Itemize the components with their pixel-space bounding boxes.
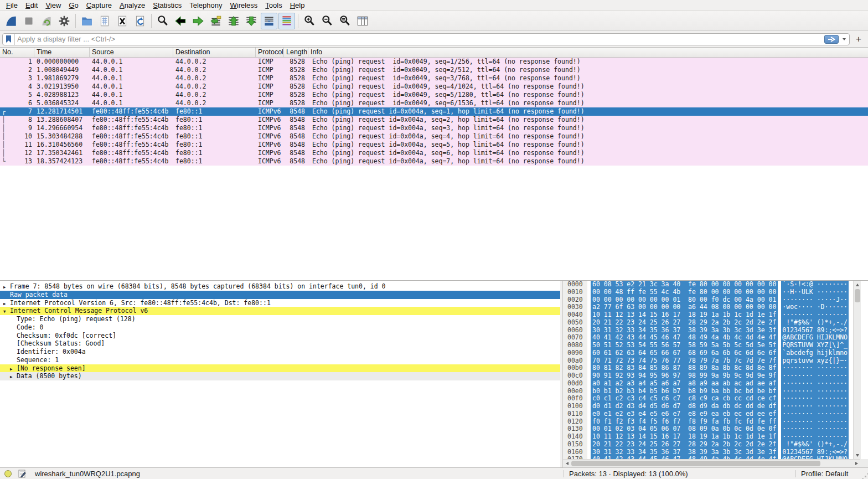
scroll-down-button[interactable] xyxy=(854,451,861,459)
scroll-left-button[interactable] xyxy=(563,460,571,467)
menu-item-tools[interactable]: Tools xyxy=(261,1,286,10)
hex-row[interactable]: 000060 08 53 e2 21 3c 3a 40 fe 80 00 00 … xyxy=(563,281,853,289)
column-header-length[interactable]: Length xyxy=(284,48,308,57)
hex-row[interactable]: 00e0b0 b1 b2 b3 b4 b5 b6 b7 b8 b9 ba bb … xyxy=(563,388,853,395)
first-packet-button[interactable] xyxy=(225,13,242,29)
detail-row[interactable]: ▶Data (8500 bytes) xyxy=(0,372,560,380)
packet-row[interactable]: 6 5.036845324 44.0.0.1 44.0.0.2 ICMP 852… xyxy=(0,99,868,107)
next-packet-button[interactable] xyxy=(190,13,206,29)
menu-item-telephony[interactable]: Telephony xyxy=(185,1,226,10)
hex-row[interactable]: 008050 51 52 53 54 55 56 57 58 59 5a 5b … xyxy=(563,342,853,349)
expander-expanded-icon[interactable]: ▼ xyxy=(3,308,10,315)
packet-row[interactable]: │9 14.296660954 fe80::48ff:fe55:4c4b fe8… xyxy=(0,124,868,132)
hex-dump[interactable]: 000060 08 53 e2 21 3c 3a 40 fe 80 00 00 … xyxy=(563,281,853,459)
expander-collapsed-icon[interactable]: ▶ xyxy=(10,365,17,373)
packet-row[interactable]: │8 13.288608407 fe80::48ff:fe55:4c4b fe8… xyxy=(0,116,868,124)
display-filter-input[interactable] xyxy=(15,35,824,43)
vertical-scrollbar[interactable] xyxy=(853,281,861,459)
menu-item-wireless[interactable]: Wireless xyxy=(226,1,262,10)
packet-row-selected[interactable]: ┌7 12.281714501 fe80::48ff:fe55:4c4b fe8… xyxy=(0,107,868,116)
scroll-up-button[interactable] xyxy=(854,281,861,289)
detail-row[interactable]: Type: Echo (ping) request (128) xyxy=(0,315,560,323)
menu-item-go[interactable]: Go xyxy=(65,1,82,10)
menu-item-help[interactable]: Help xyxy=(286,1,309,10)
filter-dropdown-button[interactable] xyxy=(840,34,848,45)
hex-row[interactable]: 00b080 81 82 83 84 85 86 87 88 89 8a 8b … xyxy=(563,364,853,372)
expert-info-icon[interactable] xyxy=(4,470,12,477)
column-header-destination[interactable]: Destination xyxy=(173,48,256,57)
detail-row[interactable]: ▶[No response seen] xyxy=(0,364,560,373)
hex-row[interactable]: 006030 31 32 33 34 35 36 37 38 39 3a 3b … xyxy=(563,327,853,334)
menu-item-view[interactable]: View xyxy=(42,1,65,10)
capture-comment-icon[interactable] xyxy=(18,470,26,478)
expander-collapsed-icon[interactable]: ▶ xyxy=(10,373,17,380)
detail-row[interactable]: Checksum: 0xf0dc [correct] xyxy=(0,332,560,340)
expander-collapsed-icon[interactable]: ▶ xyxy=(3,284,10,291)
colorize-packets-button[interactable] xyxy=(278,13,295,29)
column-header-info[interactable]: Info xyxy=(308,48,868,57)
hex-row[interactable]: 0110e0 e1 e2 e3 e4 e5 e6 e7 e8 e9 ea eb … xyxy=(563,410,853,418)
start-capture-button[interactable] xyxy=(3,13,19,29)
hex-row[interactable]: 002000 00 00 00 00 00 00 01 80 00 f0 dc … xyxy=(563,296,853,304)
capture-options-button[interactable] xyxy=(56,13,73,29)
detail-row[interactable]: ▶Frame 7: 8548 bytes on wire (68384 bits… xyxy=(0,282,560,291)
detail-row-selected[interactable]: Raw packet data xyxy=(0,291,560,299)
horizontal-scrollbar-thumb[interactable] xyxy=(571,461,820,466)
detail-row[interactable]: Identifier: 0x004a xyxy=(0,348,560,356)
close-file-button[interactable] xyxy=(114,13,131,29)
horizontal-scrollbar[interactable] xyxy=(563,459,860,467)
hex-row[interactable]: 00a070 71 72 73 74 75 76 77 78 79 7a 7b … xyxy=(563,357,853,365)
resize-grip[interactable] xyxy=(865,476,866,477)
restart-capture-button[interactable] xyxy=(38,13,55,29)
reload-file-button[interactable] xyxy=(132,13,148,29)
hex-row[interactable]: 004010 11 12 13 14 15 16 17 18 19 1a 1b … xyxy=(563,311,853,319)
packet-row[interactable]: │12 17.350342461 fe80::48ff:fe55:4c4b fe… xyxy=(0,149,868,157)
hex-row[interactable]: 00d0a0 a1 a2 a3 a4 a5 a6 a7 a8 a9 aa ab … xyxy=(563,380,853,388)
open-file-button[interactable] xyxy=(79,13,95,29)
expander-collapsed-icon[interactable]: ▶ xyxy=(3,300,10,307)
hex-row[interactable]: 005020 21 22 23 24 25 26 27 28 29 2a 2b … xyxy=(563,319,853,327)
detail-row[interactable]: Code: 0 xyxy=(0,323,560,332)
hex-row[interactable]: 0100d0 d1 d2 d3 d4 d5 d6 d7 d8 d9 da db … xyxy=(563,403,853,410)
hex-row[interactable]: 007040 41 42 43 44 45 46 47 48 49 4a 4b … xyxy=(563,334,853,342)
zoom-out-button[interactable] xyxy=(319,13,335,29)
profile-label[interactable]: Profile: Default xyxy=(801,470,848,478)
column-header-no[interactable]: No. xyxy=(0,48,34,57)
hex-row[interactable]: 0030a2 77 6f 63 00 00 00 00 a6 44 08 00 … xyxy=(563,303,853,311)
packet-row[interactable]: 1 0.000000000 44.0.0.1 44.0.0.2 ICMP 852… xyxy=(0,58,868,66)
scroll-right-button[interactable] xyxy=(852,460,860,467)
detail-row[interactable]: Sequence: 1 xyxy=(0,356,560,364)
column-header-time[interactable]: Time xyxy=(34,48,90,57)
apply-filter-button[interactable] xyxy=(824,35,839,44)
menu-item-statistics[interactable]: Statistics xyxy=(149,1,185,10)
hex-row[interactable]: 00c090 91 92 93 94 95 96 97 98 99 9a 9b … xyxy=(563,372,853,380)
auto-scroll-button[interactable] xyxy=(261,13,277,29)
packet-row[interactable]: 2 1.008049449 44.0.0.1 44.0.0.2 ICMP 852… xyxy=(0,66,868,74)
detail-row[interactable]: [Checksum Status: Good] xyxy=(0,339,560,348)
packet-row[interactable]: └13 18.357424123 fe80::48ff:fe55:4c4b fe… xyxy=(0,157,868,166)
zoom-normal-button[interactable] xyxy=(337,13,353,29)
previous-packet-button[interactable] xyxy=(172,13,189,29)
packet-row[interactable]: │11 16.310456560 fe80::48ff:fe55:4c4b fe… xyxy=(0,141,868,149)
zoom-in-button[interactable] xyxy=(301,13,318,29)
column-header-protocol[interactable]: Protocol xyxy=(256,48,284,57)
last-packet-button[interactable] xyxy=(243,13,260,29)
hex-row[interactable]: 0120f0 f1 f2 f3 f4 f5 f6 f7 f8 f9 fa fb … xyxy=(563,418,853,426)
detail-row[interactable]: ▶Internet Protocol Version 6, Src: fe80:… xyxy=(0,299,560,307)
hex-row[interactable]: 013000 01 02 03 04 05 06 07 08 09 0a 0b … xyxy=(563,425,853,433)
hex-row[interactable]: 001000 00 48 ff fe 55 4c 4b fe 80 00 00 … xyxy=(563,289,853,296)
hex-row[interactable]: 00f0c0 c1 c2 c3 c4 c5 c6 c7 c8 c9 ca cb … xyxy=(563,395,853,403)
hex-row[interactable]: 015020 21 22 23 24 25 26 27 28 29 2a 2b … xyxy=(563,441,853,449)
stop-capture-button[interactable] xyxy=(20,13,37,29)
column-header-source[interactable]: Source xyxy=(90,48,173,57)
vertical-scrollbar-thumb[interactable] xyxy=(855,289,860,302)
go-to-packet-button[interactable] xyxy=(208,13,224,29)
resize-columns-button[interactable] xyxy=(354,13,371,29)
menu-item-analyze[interactable]: Analyze xyxy=(116,1,149,10)
packet-row[interactable]: 5 4.028988123 44.0.0.1 44.0.0.2 ICMP 852… xyxy=(0,91,868,99)
save-file-button[interactable] xyxy=(96,13,113,29)
add-filter-button[interactable]: + xyxy=(852,33,865,45)
packet-row[interactable]: 3 1.981869279 44.0.0.1 44.0.0.2 ICMP 852… xyxy=(0,74,868,83)
menu-item-capture[interactable]: Capture xyxy=(82,1,116,10)
menu-item-file[interactable]: File xyxy=(2,1,22,10)
